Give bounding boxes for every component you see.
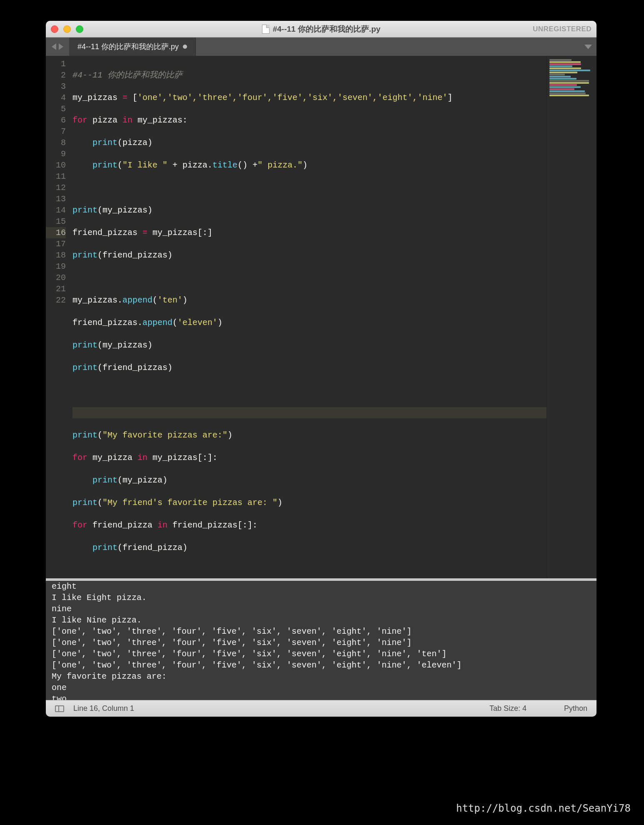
chevron-down-icon [584, 45, 592, 49]
watermark: http://blog.csdn.net/SeanYi78 [456, 802, 631, 814]
tab-dropdown[interactable] [580, 38, 597, 56]
editor-window: #4--11 你的比萨和我的比萨.py UNREGISTERED #4--11 … [46, 21, 597, 717]
unregistered-label: UNREGISTERED [533, 25, 592, 33]
minimap[interactable] [547, 56, 597, 578]
cursor-position[interactable]: Line 16, Column 1 [73, 704, 134, 713]
window-controls [51, 25, 83, 33]
minimize-button[interactable] [63, 25, 71, 33]
nav-forward-icon[interactable] [59, 43, 63, 50]
title-text: #4--11 你的比萨和我的比萨.py [273, 24, 381, 35]
line-gutter: 12345678910111213141516171819202122 [46, 56, 70, 578]
tab-label: #4--11 你的比萨和我的比萨.py [77, 42, 179, 52]
build-output[interactable]: eight I like Eight pizza. nine I like Ni… [46, 581, 597, 700]
syntax-mode[interactable]: Python [564, 704, 587, 713]
nav-back-icon[interactable] [52, 43, 56, 50]
window-title: #4--11 你的比萨和我的比萨.py [46, 24, 597, 35]
panel-switch-icon[interactable] [55, 705, 64, 712]
code-line: #4--11 你的比萨和我的比萨 [72, 70, 182, 80]
zoom-button[interactable] [76, 25, 83, 33]
titlebar: #4--11 你的比萨和我的比萨.py UNREGISTERED [46, 21, 597, 38]
dirty-indicator-icon [183, 45, 187, 49]
nav-buttons [46, 38, 69, 56]
close-button[interactable] [51, 25, 58, 33]
editor-area[interactable]: 12345678910111213141516171819202122 #4--… [46, 56, 597, 578]
active-tab[interactable]: #4--11 你的比萨和我的比萨.py [69, 38, 196, 56]
file-icon [262, 25, 270, 34]
tab-size[interactable]: Tab Size: 4 [489, 704, 527, 713]
code-content[interactable]: #4--11 你的比萨和我的比萨 my_pizzas = ['one','two… [70, 56, 547, 578]
status-bar: Line 16, Column 1 Tab Size: 4 Python [46, 700, 597, 717]
tab-bar: #4--11 你的比萨和我的比萨.py [46, 38, 597, 56]
